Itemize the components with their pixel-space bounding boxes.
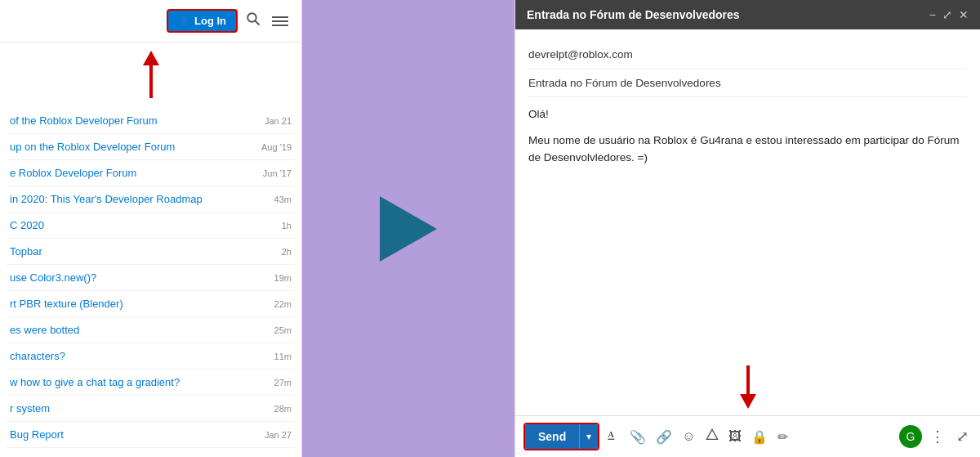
svg-text:A: A bbox=[608, 430, 615, 439]
forum-link[interactable]: characters? bbox=[10, 350, 270, 362]
svg-marker-4 bbox=[706, 429, 717, 439]
forum-time: 1h bbox=[282, 221, 292, 231]
confidential-icon[interactable]: 🔒 bbox=[749, 426, 770, 448]
forum-list-item: Bug Report Jan 27 bbox=[7, 422, 295, 448]
email-greeting: Olá! bbox=[528, 105, 967, 123]
forum-time: Jun '17 bbox=[263, 168, 292, 178]
close-button[interactable]: ✕ bbox=[959, 8, 969, 21]
email-window-title: Entrada no Fórum de Desenvolvedores bbox=[527, 8, 740, 21]
red-arrow-down-head bbox=[740, 394, 756, 409]
forum-list-item: characters? 11m bbox=[7, 343, 295, 370]
forum-list-item: of the Roblox Developer Forum Jan 21 bbox=[7, 108, 295, 134]
forum-time: 19m bbox=[274, 273, 292, 283]
login-button[interactable]: Log In bbox=[167, 9, 238, 33]
email-body: devrelpt@roblox.com Entrada no Fórum de … bbox=[515, 29, 980, 359]
forum-time: 43m bbox=[274, 195, 292, 204]
forum-time: 25m bbox=[274, 325, 292, 335]
image-icon[interactable]: 🖼 bbox=[726, 426, 744, 447]
big-arrow-right bbox=[380, 196, 437, 262]
left-panel: Log In of the Roblox Developer Forum Jan… bbox=[0, 0, 302, 457]
email-from-field: devrelpt@roblox.com bbox=[528, 41, 967, 69]
forum-time: 22m bbox=[274, 299, 292, 309]
svg-point-0 bbox=[247, 13, 256, 22]
forum-link[interactable]: e Roblox Developer Forum bbox=[10, 167, 258, 179]
send-button[interactable]: Send bbox=[525, 424, 579, 449]
forum-time: 27m bbox=[274, 378, 292, 388]
more-options-button[interactable]: ⋮ bbox=[927, 426, 948, 447]
forum-list-item: r system 28m bbox=[7, 396, 295, 422]
top-bar: Log In bbox=[0, 0, 301, 43]
forum-list-item: C 2020 1h bbox=[7, 213, 295, 239]
minimize-button[interactable]: − bbox=[929, 8, 936, 21]
red-arrow-down-stem bbox=[746, 365, 750, 394]
forum-time: Jan 27 bbox=[265, 430, 292, 440]
forum-link[interactable]: es were botted bbox=[10, 324, 270, 336]
forum-link[interactable]: in 2020: This Year's Developer Roadmap bbox=[10, 193, 270, 205]
signature-icon[interactable]: ✏ bbox=[775, 426, 791, 448]
email-header: Entrada no Fórum de Desenvolvedores − ⤢ … bbox=[515, 0, 980, 29]
resize-button[interactable]: ⤢ bbox=[942, 8, 952, 21]
middle-panel bbox=[302, 0, 514, 457]
green-circle-button[interactable]: G bbox=[899, 425, 922, 448]
emoji-icon[interactable]: ☺ bbox=[679, 426, 697, 447]
green-icon-label: G bbox=[906, 430, 915, 443]
expand-button[interactable]: ⤢ bbox=[953, 426, 972, 447]
email-body-text: Meu nome de usuário na Roblox é Gu4rana … bbox=[528, 132, 967, 167]
forum-time: Aug '19 bbox=[261, 142, 292, 152]
send-dropdown-button[interactable]: ▾ bbox=[579, 424, 598, 449]
email-subject-field: Entrada no Fórum de Desenvolvedores bbox=[528, 69, 967, 98]
forum-time: 28m bbox=[274, 404, 292, 414]
send-button-wrapper: Send ▾ bbox=[523, 423, 599, 450]
forum-link[interactable]: up on the Roblox Developer Forum bbox=[10, 141, 256, 153]
forum-list-item: w how to give a chat tag a gradient? 27m bbox=[7, 370, 295, 396]
menu-line-1 bbox=[272, 16, 288, 18]
forum-link[interactable]: use Color3.new()? bbox=[10, 271, 270, 284]
svg-line-1 bbox=[256, 21, 260, 25]
text-format-icon[interactable]: A bbox=[604, 425, 622, 448]
forum-link[interactable]: r system bbox=[10, 402, 270, 414]
link-icon[interactable]: 🔗 bbox=[653, 426, 675, 448]
attach-icon[interactable]: 📎 bbox=[627, 426, 648, 448]
forum-list-item: e Roblox Developer Forum Jun '17 bbox=[7, 160, 295, 186]
email-content: Olá! Meu nome de usuário na Roblox é Gu4… bbox=[528, 97, 967, 183]
forum-list: of the Roblox Developer Forum Jan 21 up … bbox=[0, 108, 301, 448]
forum-list-item: Topbar 2h bbox=[7, 239, 295, 265]
red-arrow-up-stem bbox=[149, 65, 153, 98]
forum-link[interactable]: C 2020 bbox=[10, 219, 277, 231]
forum-link[interactable]: Bug Report bbox=[10, 428, 260, 441]
email-panel: Entrada no Fórum de Desenvolvedores − ⤢ … bbox=[514, 0, 980, 457]
drive-icon[interactable] bbox=[703, 425, 721, 448]
forum-time: 2h bbox=[282, 247, 292, 257]
red-arrow-up-area bbox=[0, 43, 301, 108]
forum-list-item: es were botted 25m bbox=[7, 317, 295, 343]
forum-list-item: use Color3.new()? 19m bbox=[7, 265, 295, 291]
forum-link[interactable]: w how to give a chat tag a gradient? bbox=[10, 376, 270, 388]
forum-time: 11m bbox=[274, 352, 292, 361]
menu-line-3 bbox=[272, 25, 288, 26]
forum-time: Jan 21 bbox=[265, 116, 292, 126]
red-arrow-down-area bbox=[515, 359, 980, 415]
forum-list-item: in 2020: This Year's Developer Roadmap 4… bbox=[7, 186, 295, 213]
email-toolbar: Send ▾ A 📎 🔗 ☺ 🖼 🔒 ✏ G ⋮ ⤢ bbox=[515, 415, 980, 457]
search-button[interactable] bbox=[246, 11, 261, 30]
menu-button[interactable] bbox=[269, 13, 292, 29]
forum-link[interactable]: of the Roblox Developer Forum bbox=[10, 114, 260, 127]
menu-line-2 bbox=[272, 20, 288, 22]
forum-list-item: rt PBR texture (Blender) 22m bbox=[7, 291, 295, 317]
email-window-controls: − ⤢ ✕ bbox=[929, 8, 969, 21]
forum-link[interactable]: Topbar bbox=[10, 245, 277, 258]
red-arrow-up-head bbox=[143, 51, 159, 65]
forum-list-item: up on the Roblox Developer Forum Aug '19 bbox=[7, 134, 295, 160]
forum-link[interactable]: rt PBR texture (Blender) bbox=[10, 298, 270, 310]
